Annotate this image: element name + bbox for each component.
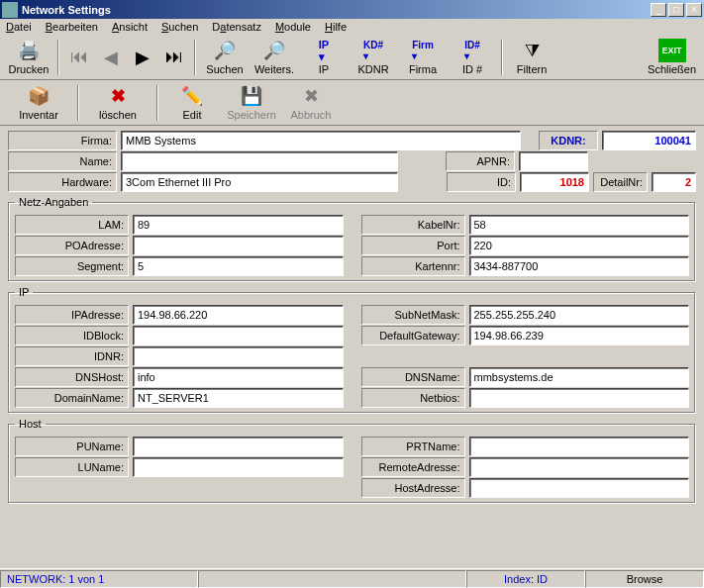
field-dnshost[interactable]: info	[133, 367, 344, 387]
edit-button[interactable]: ✏️ Edit	[162, 82, 222, 123]
close-app-button[interactable]: EXIT Schließen	[644, 37, 700, 77]
delete-x-icon: ✖	[106, 84, 130, 108]
label-lam: LAM:	[15, 215, 129, 235]
label-kartennr: Kartennr:	[361, 256, 465, 276]
legend-netz: Netz-Angaben	[15, 196, 92, 208]
label-segment: Segment:	[15, 256, 129, 276]
toolbar-edit: 📦 Inventar ✖ löschen ✏️ Edit 💾 Speichern…	[0, 80, 704, 126]
binoculars-icon: 🔎	[213, 39, 237, 62]
ip-button[interactable]: IP▾ IP	[299, 37, 349, 77]
printer-icon: 🖨️	[17, 39, 41, 62]
field-hostadresse[interactable]	[469, 478, 690, 498]
search-button[interactable]: 🔎 Suchen	[200, 37, 250, 77]
field-idblock[interactable]	[133, 326, 344, 345]
field-luname[interactable]	[133, 457, 344, 477]
nav-first-button[interactable]: ⏮	[63, 44, 95, 71]
field-ipadresse[interactable]: 194.98.66.220	[133, 305, 344, 325]
field-kartennr[interactable]: 3434-887700	[469, 256, 690, 276]
maximize-button[interactable]: □	[668, 3, 684, 17]
nav-prev-button[interactable]: ◀	[95, 44, 127, 71]
menu-datensatz[interactable]: Datensatz	[212, 21, 261, 33]
field-apnr[interactable]	[519, 151, 588, 171]
label-hostadresse: HostAdresse:	[361, 478, 465, 498]
label-dnsname: DNSName:	[361, 367, 465, 387]
field-port[interactable]: 220	[469, 236, 690, 255]
inventory-icon: 📦	[27, 84, 50, 108]
status-bar: NETWORK: 1 von 1 Index: ID Browse	[0, 568, 704, 588]
funnel-icon: ⧩	[520, 39, 544, 62]
binoculars-next-icon: 🔎	[262, 39, 286, 62]
id-icon: ID#▾	[460, 39, 484, 62]
field-idnr[interactable]	[133, 346, 344, 366]
label-prtname: PRTName:	[361, 437, 465, 456]
menu-module[interactable]: Module	[275, 21, 311, 33]
field-kabelnr[interactable]: 58	[469, 215, 690, 235]
label-luname: LUName:	[15, 457, 129, 477]
label-idnr: IDNR:	[15, 346, 129, 366]
kdnr-icon: KD#▾	[361, 39, 385, 62]
menu-hilfe[interactable]: Hilfe	[325, 21, 347, 33]
label-apnr: APNR:	[446, 151, 515, 171]
minimize-button[interactable]: _	[651, 3, 666, 17]
label-detailnr: DetailNr:	[593, 172, 648, 192]
cancel-button[interactable]: ✖ Abbruch	[281, 82, 341, 123]
window-title: Network Settings	[22, 4, 649, 16]
delete-button[interactable]: ✖ löschen	[83, 82, 152, 123]
field-netbios[interactable]	[469, 388, 690, 408]
title-bar: Network Settings _ □ ×	[0, 0, 704, 19]
firma-icon: Firm▾	[411, 39, 435, 62]
exit-icon: EXIT	[658, 39, 686, 62]
cancel-icon: ✖	[299, 84, 323, 108]
first-icon: ⏮	[67, 46, 91, 69]
idnum-button[interactable]: ID#▾ ID #	[448, 37, 497, 77]
group-ip: IP IPAdresse:194.98.66.220 IDBlock: IDNR…	[8, 286, 696, 414]
field-remoteadresse[interactable]	[469, 457, 690, 477]
field-segment[interactable]: 5	[133, 256, 344, 276]
save-button[interactable]: 💾 Speichern	[222, 82, 281, 123]
label-remoteadresse: RemoteAdresse:	[361, 457, 465, 477]
field-defaultgateway[interactable]: 194.98.66.239	[469, 326, 690, 345]
field-kdnr[interactable]: 100041	[602, 131, 696, 150]
label-id: ID:	[447, 172, 516, 192]
label-domainname: DomainName:	[15, 388, 129, 408]
nav-last-button[interactable]: ⏭	[158, 44, 190, 71]
field-name[interactable]	[121, 151, 398, 171]
field-detailnr[interactable]: 2	[652, 172, 696, 192]
label-puname: PUName:	[15, 437, 129, 456]
ip-icon: IP▾	[312, 39, 336, 62]
kdnr-button[interactable]: KD#▾ KDNR	[349, 37, 398, 77]
menu-bearbeiten[interactable]: Bearbeiten	[46, 21, 98, 33]
label-netbios: Netbios:	[361, 388, 465, 408]
status-index: Index: ID	[466, 570, 585, 588]
next-icon: ▶	[131, 46, 154, 69]
field-prtname[interactable]	[469, 437, 690, 456]
pencil-icon: ✏️	[180, 84, 204, 108]
print-button[interactable]: 🖨️ Drucken	[4, 37, 53, 77]
field-puname[interactable]	[133, 437, 344, 456]
field-lam[interactable]: 89	[133, 215, 344, 235]
field-firma[interactable]: MMB Systems	[121, 131, 521, 150]
label-defaultgateway: DefaultGateway:	[361, 326, 465, 345]
status-record: NETWORK: 1 von 1	[0, 570, 198, 588]
close-button[interactable]: ×	[686, 3, 702, 17]
menu-datei[interactable]: Datei	[6, 21, 32, 33]
menu-suchen[interactable]: Suchen	[161, 21, 198, 33]
filter-button[interactable]: ⧩ Filtern	[507, 37, 556, 77]
label-ipadresse: IPAdresse:	[15, 305, 129, 325]
inventar-button[interactable]: 📦 Inventar	[4, 82, 73, 123]
label-firma: Firma:	[8, 131, 117, 150]
menu-ansicht[interactable]: Ansicht	[112, 21, 148, 33]
field-domainname[interactable]: NT_SERVER1	[133, 388, 344, 408]
toolbar-main: 🖨️ Drucken ⏮ ◀ ▶ ⏭ 🔎 Suchen 🔎 Weiters. I…	[0, 35, 704, 80]
label-name: Name:	[8, 151, 117, 171]
nav-next-button[interactable]: ▶	[127, 44, 158, 71]
field-subnetmask[interactable]: 255.255.255.240	[469, 305, 690, 325]
firma-button[interactable]: Firm▾ Firma	[398, 37, 448, 77]
field-poadresse[interactable]	[133, 236, 344, 255]
last-icon: ⏭	[162, 46, 186, 69]
search-next-button[interactable]: 🔎 Weiters.	[250, 37, 299, 77]
field-hardware[interactable]: 3Com Ethernet III Pro	[121, 172, 398, 192]
field-id[interactable]: 1018	[520, 172, 589, 192]
field-dnsname[interactable]: mmbsystems.de	[469, 367, 690, 387]
legend-host: Host	[15, 418, 46, 430]
